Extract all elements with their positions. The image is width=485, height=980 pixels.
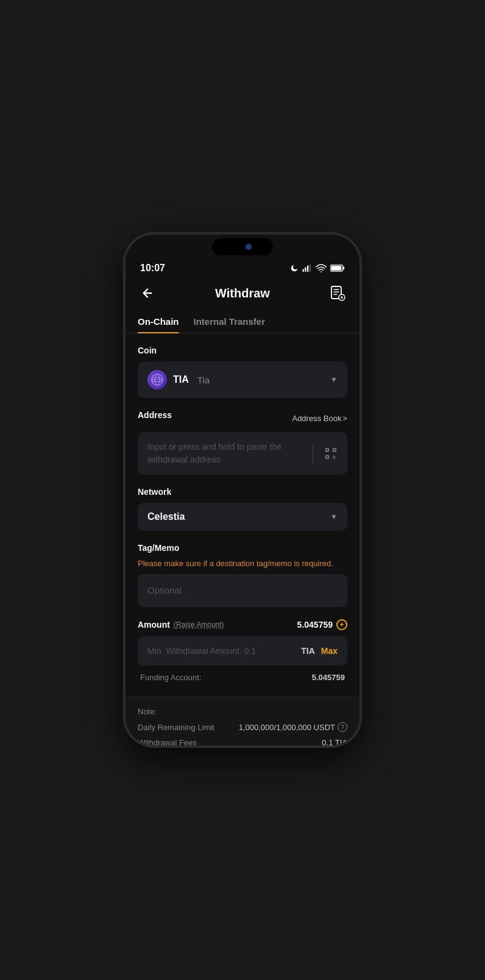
info-icon-daily[interactable]: ? (338, 722, 347, 732)
network-value: Celestia (147, 511, 185, 522)
phone-screen: 10:07 (126, 235, 359, 745)
history-icon-btn[interactable] (328, 283, 347, 303)
daily-limit-row: Daily Remaining Limit 1,000,000/1,000,00… (138, 722, 347, 732)
tab-bar: On-Chain Internal Transfer (126, 310, 359, 333)
tab-on-chain[interactable]: On-Chain (138, 310, 179, 333)
coin-selector[interactable]: TIA Tia ▼ (138, 361, 347, 398)
coin-symbol: TIA (173, 374, 189, 385)
tag-input[interactable]: Optional (138, 574, 347, 607)
tag-warning: Please make sure if a destination tag/me… (138, 559, 347, 568)
funding-label: Funding Account: (140, 673, 201, 682)
svg-rect-0 (303, 269, 304, 272)
currency-label: TIA (301, 646, 315, 656)
moon-icon (290, 264, 299, 272)
network-chevron: ▼ (330, 513, 338, 521)
header: Withdraw (126, 277, 359, 310)
main-content: Coin TIA Tia ▼ (126, 333, 359, 697)
note-section: Note: Daily Remaining Limit 1,000,000/1,… (126, 697, 359, 745)
daily-limit-value: 1,000,000/1,000,000 USDT ? (239, 722, 347, 732)
coin-name: Tia (197, 375, 210, 385)
svg-rect-1 (305, 268, 306, 272)
amount-label-group: Amount (Raise Amount) (138, 620, 224, 630)
svg-rect-15 (333, 449, 336, 452)
tag-placeholder: Optional (147, 585, 182, 595)
amount-balance: 5.045759 + (297, 619, 347, 630)
address-label: Address (138, 410, 172, 420)
phone-frame: 10:07 (124, 233, 361, 747)
amount-right: TIA Max (301, 646, 338, 656)
amount-header: Amount (Raise Amount) 5.045759 + (138, 619, 347, 630)
coin-chevron: ▼ (330, 375, 338, 384)
svg-point-4 (320, 271, 322, 272)
svg-rect-14 (326, 449, 329, 452)
network-selector[interactable]: Celestia ▼ (138, 503, 347, 531)
svg-rect-2 (307, 266, 308, 272)
status-bar: 10:07 (126, 255, 359, 277)
coin-label: Coin (138, 346, 347, 355)
divider (313, 444, 313, 463)
amount-label: Amount (138, 620, 170, 630)
plus-circle-btn[interactable]: + (336, 619, 347, 630)
address-placeholder: Input or press and hold to paste the wit… (147, 441, 308, 466)
svg-rect-3 (310, 265, 311, 272)
funding-value: 5.045759 (312, 673, 345, 682)
battery-icon (330, 264, 345, 272)
daily-limit-label: Daily Remaining Limit (138, 723, 214, 732)
tag-label: Tag/Memo (138, 543, 347, 553)
amount-input[interactable]: Min. Withdrawal Amount: 0.1 TIA Max (138, 636, 347, 666)
svg-rect-7 (343, 266, 344, 269)
network-label: Network (138, 487, 347, 497)
address-input[interactable]: Input or press and hold to paste the wit… (138, 432, 347, 475)
funding-row: Funding Account: 5.045759 (138, 673, 347, 682)
amount-placeholder: Min. Withdrawal Amount: 0.1 (147, 646, 256, 656)
page-title: Withdraw (215, 286, 270, 300)
fees-row: Withdrawal Fees 0.1 TIA (138, 738, 347, 745)
scan-icon[interactable] (318, 447, 338, 460)
dynamic-island (126, 235, 359, 255)
tab-internal-transfer[interactable]: Internal Transfer (194, 310, 266, 333)
signal-icon (302, 265, 312, 272)
coin-icon (147, 370, 167, 389)
address-book-link[interactable]: Address Book > (292, 414, 347, 423)
status-time: 10:07 (140, 263, 165, 274)
raise-amount-label: (Raise Amount) (174, 620, 224, 629)
fees-value: 0.1 TIA (322, 738, 347, 745)
max-button[interactable]: Max (321, 646, 338, 656)
coin-info: TIA Tia (147, 370, 210, 389)
note-label: Note: (138, 707, 347, 716)
svg-rect-6 (331, 266, 341, 271)
fees-label: Withdrawal Fees (138, 738, 197, 745)
status-icons (290, 264, 345, 272)
island-pill (212, 238, 273, 255)
wifi-icon (316, 264, 327, 272)
svg-rect-16 (326, 456, 329, 459)
island-dot (246, 244, 252, 250)
back-button[interactable] (138, 283, 157, 303)
address-header: Address Address Book > (138, 410, 347, 426)
